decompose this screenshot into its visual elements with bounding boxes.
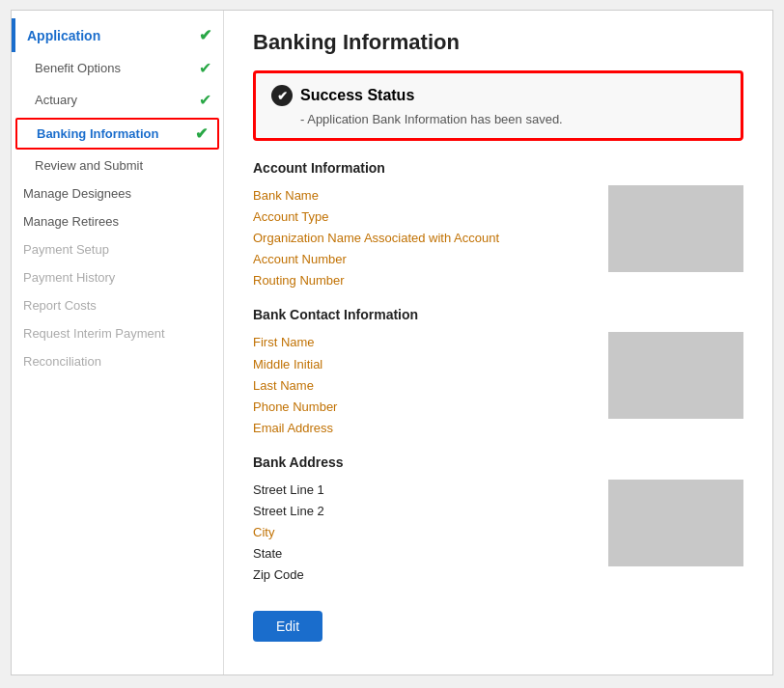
- page-container: Application ✔ Benefit Options ✔ Actuary …: [11, 10, 773, 675]
- bank-address-header: Bank Address: [253, 454, 743, 470]
- sidebar-item-review-and-submit[interactable]: Review and Submit: [12, 151, 223, 179]
- field-account-type: Account Type: [253, 206, 589, 228]
- sidebar-item-actuary[interactable]: Actuary ✔: [12, 84, 223, 116]
- sidebar-item-label: Request Interim Payment: [23, 326, 165, 341]
- field-first-name: First Name: [253, 332, 589, 353]
- field-last-name: Last Name: [253, 375, 589, 397]
- sidebar-item-label: Review and Submit: [35, 158, 143, 173]
- bank-contact-placeholder: [608, 332, 743, 419]
- sidebar-item-label: Actuary: [35, 93, 77, 107]
- sidebar-item-label: Benefit Options: [35, 61, 121, 75]
- sidebar-item-payment-setup: Payment Setup: [12, 235, 223, 263]
- sidebar-item-label: Banking Information: [37, 126, 158, 141]
- sidebar-item-report-costs: Report Costs: [12, 291, 223, 319]
- sidebar-item-label: Manage Retirees: [23, 214, 119, 229]
- field-bank-name: Bank Name: [253, 185, 589, 206]
- field-phone-number: Phone Number: [253, 397, 589, 418]
- actuary-check-icon: ✔: [199, 91, 211, 109]
- sidebar-section-label: Application: [27, 28, 100, 43]
- success-check-icon: ✔: [271, 85, 293, 106]
- bank-contact-section: First Name Middle Initial Last Name Phon…: [253, 332, 743, 438]
- field-org-name: Organization Name Associated with Accoun…: [253, 228, 589, 249]
- sidebar-section-application[interactable]: Application ✔: [12, 18, 223, 52]
- application-check-icon: ✔: [199, 26, 211, 44]
- sidebar-item-label: Payment Setup: [23, 242, 109, 257]
- sidebar: Application ✔ Benefit Options ✔ Actuary …: [12, 11, 224, 674]
- success-banner-message: - Application Bank Information has been …: [271, 112, 725, 126]
- bank-contact-header: Bank Contact Information: [253, 307, 743, 322]
- sidebar-item-manage-retirees[interactable]: Manage Retirees: [12, 207, 223, 235]
- sidebar-item-banking-information[interactable]: Banking Information ✔: [15, 118, 219, 150]
- edit-button[interactable]: Edit: [253, 611, 322, 642]
- field-account-number: Account Number: [253, 249, 589, 270]
- sidebar-item-label: Reconciliation: [23, 354, 101, 369]
- bank-contact-fields: First Name Middle Initial Last Name Phon…: [253, 332, 589, 438]
- success-status-label: Success Status: [300, 87, 414, 104]
- sidebar-item-label: Payment History: [23, 270, 115, 285]
- sidebar-item-request-interim-payment: Request Interim Payment: [12, 319, 223, 347]
- field-zip-code: Zip Code: [253, 564, 589, 586]
- field-middle-initial: Middle Initial: [253, 354, 589, 375]
- account-information-fields: Bank Name Account Type Organization Name…: [253, 185, 589, 291]
- benefit-options-check-icon: ✔: [199, 59, 211, 77]
- sidebar-item-reconciliation: Reconciliation: [12, 347, 223, 375]
- account-information-header: Account Information: [253, 160, 743, 176]
- field-street-line-2: Street Line 2: [253, 501, 589, 522]
- banking-information-check-icon: ✔: [195, 124, 208, 143]
- main-content: Banking Information ✔ Success Status - A…: [224, 11, 772, 674]
- field-email-address: Email Address: [253, 418, 589, 439]
- field-state: State: [253, 543, 589, 564]
- bank-address-section: Street Line 1 Street Line 2 City State Z…: [253, 480, 743, 586]
- field-city: City: [253, 522, 589, 543]
- success-banner: ✔ Success Status - Application Bank Info…: [253, 70, 743, 141]
- bank-address-placeholder: [608, 480, 743, 566]
- bank-address-fields: Street Line 1 Street Line 2 City State Z…: [253, 480, 589, 586]
- sidebar-item-manage-designees[interactable]: Manage Designees: [12, 179, 223, 207]
- field-routing-number: Routing Number: [253, 270, 589, 291]
- sidebar-item-benefit-options[interactable]: Benefit Options ✔: [12, 52, 223, 84]
- account-information-section: Bank Name Account Type Organization Name…: [253, 185, 743, 291]
- sidebar-item-label: Manage Designees: [23, 186, 131, 201]
- sidebar-item-payment-history: Payment History: [12, 263, 223, 291]
- sidebar-item-label: Report Costs: [23, 298, 97, 313]
- account-info-placeholder: [608, 185, 743, 272]
- field-street-line-1: Street Line 1: [253, 480, 589, 501]
- success-banner-title: ✔ Success Status: [271, 85, 725, 106]
- page-title: Banking Information: [253, 30, 743, 55]
